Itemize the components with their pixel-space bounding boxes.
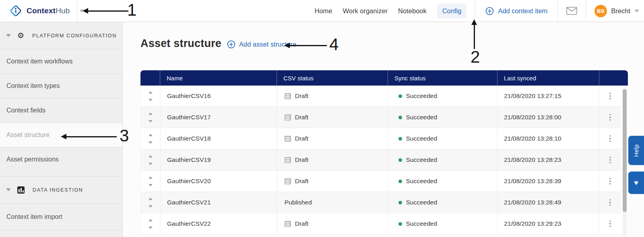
cell-name: GauthierCSV16 bbox=[160, 86, 277, 106]
cell-actions bbox=[599, 149, 621, 170]
cell-last-synced: 21/08/2020 13:29:23 bbox=[497, 213, 599, 234]
sidebar-section-platform-configuration[interactable]: ⚙ PLATFORM CONFIGURATION bbox=[0, 22, 122, 49]
sidebar-item-asset-permissions[interactable]: Asset permissions bbox=[0, 147, 122, 172]
cell-actions bbox=[599, 86, 621, 106]
nav-divider bbox=[557, 0, 558, 22]
bar-chart-icon bbox=[17, 186, 25, 194]
column-header-csv-status: CSV status bbox=[277, 70, 388, 86]
sidebar-item-context-item-import[interactable]: Context item import bbox=[0, 203, 122, 230]
nav-notebook[interactable]: Notebook bbox=[398, 7, 427, 15]
row-menu-kebab-icon[interactable] bbox=[608, 91, 613, 101]
success-dot-icon bbox=[398, 116, 402, 119]
column-header-name: Name bbox=[160, 70, 277, 86]
page-title: Asset structure bbox=[140, 37, 221, 50]
cell-last-synced: 21/08/2020 13:27:15 bbox=[497, 86, 599, 106]
row-menu-kebab-icon[interactable] bbox=[608, 112, 613, 123]
move-up-icon[interactable] bbox=[149, 112, 153, 115]
column-header-actions bbox=[599, 70, 628, 86]
column-header-last-synced: Last synced bbox=[497, 70, 599, 86]
move-up-icon[interactable] bbox=[149, 91, 153, 94]
brand-caret-down-icon[interactable] bbox=[79, 10, 84, 12]
help-tab[interactable]: Help bbox=[628, 136, 644, 165]
cell-sync-status: Succeeded bbox=[388, 192, 497, 213]
move-down-icon[interactable] bbox=[149, 205, 153, 208]
cell-name: GauthierCSV21 bbox=[160, 192, 277, 213]
row-menu-kebab-icon[interactable] bbox=[608, 155, 613, 165]
brand-name: ContextHub bbox=[27, 6, 70, 15]
move-up-icon[interactable] bbox=[149, 198, 153, 200]
feedback-heart-tab[interactable]: ♥ bbox=[628, 172, 644, 194]
cell-csv-status: Draft bbox=[277, 149, 388, 170]
move-down-icon[interactable] bbox=[149, 120, 153, 123]
add-asset-structure-button[interactable]: Add asset structure bbox=[227, 40, 296, 49]
sidebar-item-asset-structure[interactable]: Asset structure bbox=[0, 123, 122, 147]
move-up-icon[interactable] bbox=[149, 134, 153, 136]
cell-name: GauthierCSV17 bbox=[160, 107, 277, 128]
sidebar-divider bbox=[0, 230, 122, 237]
vertical-scrollbar bbox=[623, 86, 627, 237]
asset-structure-table: Name CSV status Sync status Last synced … bbox=[140, 70, 628, 235]
cell-name: GauthierCSV22 bbox=[160, 213, 277, 234]
sidebar-item-context-item-types[interactable]: Context item types bbox=[0, 74, 122, 98]
nav-config[interactable]: Config bbox=[437, 4, 467, 18]
table-row[interactable]: GauthierCSV20 Draft Succeeded 21/08/2020… bbox=[140, 171, 621, 192]
top-navigation: Home Work organizer Notebook Config Add … bbox=[309, 0, 644, 22]
add-context-item-button[interactable]: Add context item bbox=[485, 7, 547, 15]
topbar-divider bbox=[77, 0, 77, 22]
sidebar-item-label: Context item types bbox=[6, 82, 60, 90]
avatar: BB bbox=[594, 5, 607, 17]
move-down-icon[interactable] bbox=[149, 141, 153, 144]
cell-sync-status: Succeeded bbox=[388, 128, 497, 149]
success-dot-icon bbox=[398, 158, 402, 162]
gear-icon: ⚙ bbox=[17, 32, 24, 39]
plus-circle-icon bbox=[485, 7, 494, 15]
page-head: Asset structure Add asset structure bbox=[140, 37, 296, 50]
scrollbar-thumb[interactable] bbox=[623, 89, 627, 212]
move-down-icon[interactable] bbox=[149, 184, 153, 186]
row-reorder-cell bbox=[141, 213, 160, 234]
nav-divider bbox=[586, 0, 586, 22]
plus-circle-icon bbox=[227, 40, 235, 49]
nav-home[interactable]: Home bbox=[314, 7, 332, 15]
table-row[interactable]: GauthierCSV21 Published Succeeded 21/08/… bbox=[140, 192, 621, 213]
sidebar-item-context-item-workflows[interactable]: Context item workflows bbox=[0, 49, 122, 74]
chevron-down-icon[interactable] bbox=[6, 34, 11, 37]
user-menu[interactable]: BB Brecht bbox=[594, 5, 639, 17]
chevron-down-icon[interactable] bbox=[6, 188, 11, 191]
success-dot-icon bbox=[398, 201, 402, 204]
nav-work-organizer[interactable]: Work organizer bbox=[343, 7, 388, 15]
move-down-icon[interactable] bbox=[149, 227, 153, 229]
draft-document-icon bbox=[285, 178, 291, 184]
table-row[interactable]: GauthierCSV22 Draft Succeeded 21/08/2020… bbox=[140, 213, 621, 235]
move-down-icon[interactable] bbox=[149, 99, 153, 101]
table-row[interactable]: GauthierCSV19 Draft Succeeded 21/08/2020… bbox=[140, 149, 621, 171]
brand[interactable]: ContextHub bbox=[8, 0, 84, 22]
add-asset-structure-label: Add asset structure bbox=[239, 41, 296, 48]
move-up-icon[interactable] bbox=[149, 176, 153, 179]
table-row[interactable]: GauthierCSV17 Draft Succeeded 21/08/2020… bbox=[140, 107, 621, 128]
row-menu-kebab-icon[interactable] bbox=[608, 219, 613, 229]
heart-icon: ♥ bbox=[634, 179, 638, 187]
table-row[interactable]: GauthierCSV18 Draft Succeeded 21/08/2020… bbox=[140, 128, 621, 149]
cell-csv-status: Draft bbox=[277, 86, 388, 106]
mail-button[interactable] bbox=[566, 7, 577, 15]
sidebar-spacer bbox=[0, 172, 122, 176]
move-up-icon[interactable] bbox=[149, 219, 153, 221]
row-menu-kebab-icon[interactable] bbox=[608, 176, 613, 186]
move-down-icon[interactable] bbox=[149, 163, 153, 165]
cell-last-synced: 21/08/2020 13:28:23 bbox=[497, 149, 599, 170]
move-up-icon[interactable] bbox=[149, 155, 153, 157]
sidebar-section-data-ingestion[interactable]: DATA INGESTION bbox=[0, 176, 122, 203]
cell-csv-status: Draft bbox=[277, 128, 388, 149]
sidebar-item-context-fields[interactable]: Context fields bbox=[0, 98, 122, 123]
row-menu-kebab-icon[interactable] bbox=[608, 198, 613, 208]
row-menu-kebab-icon[interactable] bbox=[608, 134, 613, 144]
table-header: Name CSV status Sync status Last synced bbox=[140, 70, 628, 86]
sidebar-item-label: Asset structure bbox=[6, 131, 50, 139]
success-dot-icon bbox=[398, 94, 402, 98]
cell-csv-status: Draft bbox=[277, 107, 388, 128]
cell-csv-status: Draft bbox=[277, 213, 388, 234]
draft-document-icon bbox=[285, 136, 291, 142]
table-row[interactable]: GauthierCSV16 Draft Succeeded 21/08/2020… bbox=[140, 86, 621, 107]
draft-document-icon bbox=[285, 157, 291, 163]
